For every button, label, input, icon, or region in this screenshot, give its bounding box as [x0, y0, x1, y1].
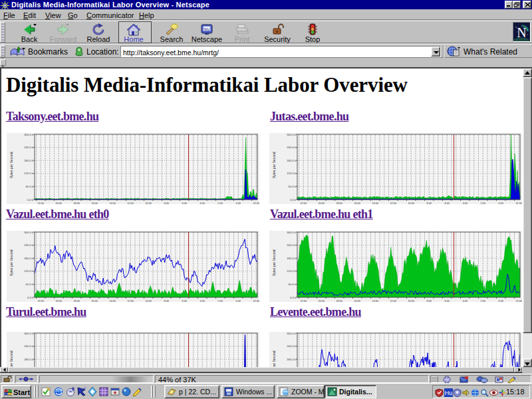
svg-text:Bytes per Second: Bytes per Second: [9, 350, 13, 367]
svg-text:180.0 k: 180.0 k: [287, 257, 297, 260]
svg-text:300.0 k: 300.0 k: [24, 332, 34, 335]
svg-text:Hu: Hu: [445, 390, 453, 396]
svg-text:Bytes per Second: Bytes per Second: [9, 249, 13, 276]
svg-text:22:00: 22:00: [515, 300, 522, 303]
svg-text:10:00: 10:00: [145, 300, 152, 303]
svg-text:240.0 k: 240.0 k: [287, 344, 297, 348]
svg-text:300.0 k: 300.0 k: [287, 133, 297, 136]
svg-text:180.0 k: 180.0 k: [287, 358, 297, 361]
svg-text:0.0 k: 0.0 k: [290, 296, 297, 299]
svg-text:4:00: 4:00: [463, 300, 467, 303]
svg-text:8:00: 8:00: [164, 202, 169, 205]
svg-text:8:00: 8:00: [427, 300, 432, 303]
svg-text:300.0 k: 300.0 k: [24, 231, 34, 234]
svg-text:6:00: 6:00: [182, 202, 187, 205]
svg-text:12:00: 12:00: [390, 300, 396, 303]
svg-text:180.0 k: 180.0 k: [24, 257, 34, 260]
svg-text:20:00: 20:00: [55, 300, 62, 303]
svg-text:14:00: 14:00: [109, 300, 116, 303]
svg-text:22:00: 22:00: [253, 202, 259, 205]
svg-text:0:00: 0:00: [499, 202, 503, 205]
svg-text:20:00: 20:00: [318, 202, 325, 205]
svg-text:My: My: [204, 27, 209, 31]
svg-text:12:00: 12:00: [127, 300, 134, 303]
svg-text:180.0 k: 180.0 k: [287, 159, 297, 162]
svg-text:22:00: 22:00: [300, 300, 307, 303]
svg-text:6:00: 6:00: [182, 300, 187, 303]
svg-text:Bytes per Second: Bytes per Second: [272, 152, 276, 178]
svg-text:0.0 k: 0.0 k: [27, 198, 34, 201]
svg-text:120.0 k: 120.0 k: [287, 172, 297, 175]
svg-text:8:00: 8:00: [164, 300, 169, 303]
svg-text:2:00: 2:00: [218, 300, 223, 303]
svg-text:16:00: 16:00: [354, 202, 360, 205]
svg-text:0:00: 0:00: [499, 300, 503, 303]
svg-text:0.0 k: 0.0 k: [290, 198, 297, 201]
svg-text:180.0 k: 180.0 k: [24, 159, 34, 162]
svg-text:0:00: 0:00: [236, 300, 241, 303]
svg-text:16:00: 16:00: [91, 202, 98, 205]
svg-text:120.0 k: 120.0 k: [287, 269, 297, 273]
svg-text:Bytes per Second: Bytes per Second: [272, 350, 276, 367]
svg-text:10:00: 10:00: [408, 202, 414, 205]
svg-text:0.0 k: 0.0 k: [27, 296, 34, 299]
svg-text:120.0 k: 120.0 k: [24, 269, 34, 273]
svg-text:240.0 k: 240.0 k: [287, 243, 297, 247]
svg-text:300.0 k: 300.0 k: [287, 231, 297, 234]
svg-text:18:00: 18:00: [73, 202, 80, 205]
svg-text:22:00: 22:00: [37, 300, 44, 303]
svg-text:14:00: 14:00: [372, 202, 378, 205]
svg-text:12:00: 12:00: [127, 202, 134, 205]
svg-text:22:00: 22:00: [515, 202, 522, 205]
svg-text:22:00: 22:00: [37, 202, 44, 205]
svg-text:240.0 k: 240.0 k: [24, 344, 34, 348]
svg-text:16:00: 16:00: [354, 300, 360, 303]
svg-text:14:00: 14:00: [109, 202, 116, 205]
svg-text:240.0 k: 240.0 k: [287, 146, 297, 149]
svg-text:18:00: 18:00: [336, 202, 342, 205]
svg-text:18:00: 18:00: [73, 300, 80, 303]
svg-text:240.0 k: 240.0 k: [24, 146, 34, 149]
svg-text:18:00: 18:00: [336, 300, 342, 303]
svg-text:0:00: 0:00: [236, 202, 241, 205]
svg-text:120.0 k: 120.0 k: [24, 172, 34, 175]
svg-text:4:00: 4:00: [200, 202, 205, 205]
svg-text:60.0 k: 60.0 k: [289, 283, 297, 286]
svg-text:20:00: 20:00: [318, 300, 325, 303]
svg-text:22:00: 22:00: [253, 300, 259, 303]
svg-text:240.0 k: 240.0 k: [24, 243, 34, 247]
svg-text:8:00: 8:00: [427, 202, 432, 205]
svg-text:4:00: 4:00: [200, 300, 205, 303]
svg-text:2:00: 2:00: [481, 300, 485, 303]
svg-text:300.0 k: 300.0 k: [287, 332, 297, 335]
svg-text:Bytes per Second: Bytes per Second: [9, 152, 13, 178]
svg-text:4:00: 4:00: [463, 202, 467, 205]
svg-text:60.0 k: 60.0 k: [26, 283, 34, 286]
svg-text:10:00: 10:00: [145, 202, 152, 205]
svg-text:N: N: [517, 25, 526, 40]
svg-text:10:00: 10:00: [408, 300, 414, 303]
svg-text:20:00: 20:00: [55, 202, 62, 205]
svg-text:2:00: 2:00: [481, 202, 485, 205]
svg-text:14:00: 14:00: [372, 300, 378, 303]
svg-text:16:00: 16:00: [91, 300, 98, 303]
svg-text:60.0 k: 60.0 k: [289, 185, 297, 188]
svg-text:12:00: 12:00: [390, 202, 396, 205]
svg-text:180.0 k: 180.0 k: [24, 358, 34, 361]
svg-text:2:00: 2:00: [218, 202, 223, 205]
svg-text:22:00: 22:00: [300, 202, 307, 205]
svg-text:Bytes per Second: Bytes per Second: [272, 249, 276, 276]
svg-text:300.0 k: 300.0 k: [24, 133, 34, 136]
svg-text:6:00: 6:00: [445, 202, 450, 205]
svg-text:60.0 k: 60.0 k: [26, 185, 34, 188]
svg-text:6:00: 6:00: [445, 300, 450, 303]
